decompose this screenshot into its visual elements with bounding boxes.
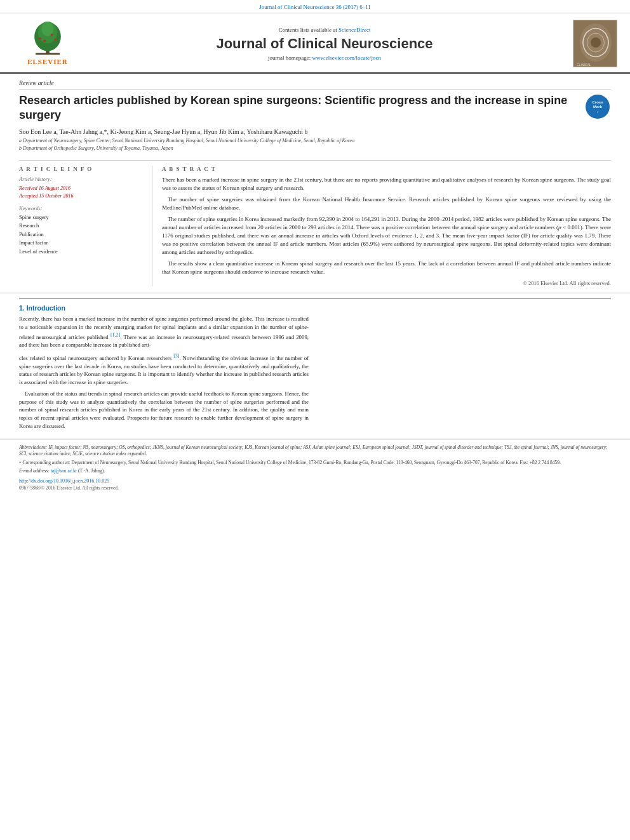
article-main-title: Research articles published by Korean sp… (19, 93, 578, 123)
abstract-para-4: The results show a clear quantitative in… (162, 260, 611, 276)
svg-text:Cross: Cross (592, 100, 603, 104)
crossmark-circle: Cross Mark ✓ (586, 95, 610, 119)
keywords-heading: Keywords: (19, 205, 142, 211)
sciencedirect-line: Contents lists available at ScienceDirec… (83, 27, 566, 33)
keywords-list: Spine surgery Research Publication Impac… (19, 213, 142, 257)
article-info-col: A R T I C L E I N F O Article history: R… (19, 166, 152, 287)
top-citation-bar: Journal of Clinical Neuroscience 36 (201… (0, 0, 630, 13)
sciencedirect-link[interactable]: ScienceDirect (338, 27, 370, 33)
journal-header-right: CLINICAL (566, 20, 617, 67)
body-content: 1. Introduction Recently, there has been… (0, 304, 630, 434)
copyright-line: © 2016 Elsevier Ltd. All rights reserved… (162, 280, 611, 286)
keyword-4: Impact factor (19, 239, 142, 248)
elsevier-wordmark: ELSEVIER (27, 58, 68, 65)
affiliation-a: a Department of Neurosurgery, Spine Cent… (19, 138, 611, 144)
abbrev-label: Abbreviations: (19, 444, 47, 450)
svg-point-12 (591, 37, 601, 48)
svg-point-8 (43, 39, 46, 42)
intro-para-2: Evaluation of the status and trends in s… (19, 390, 309, 430)
cite-3: [3] (173, 353, 179, 359)
svg-rect-2 (36, 53, 60, 55)
article-history-label: Article history: (19, 176, 142, 182)
svg-point-9 (54, 39, 57, 41)
received-date: Received 16 August 2016 (19, 185, 142, 192)
abstract-para-2: The number of spine surgeries was obtain… (162, 196, 611, 212)
affiliation-b: b Department of Orthopedic Surgery, Univ… (19, 145, 611, 152)
abstract-para-3: The number of spine surgeries in Korea i… (162, 215, 611, 257)
abstract-col: A B S T R A C T There has been a marked … (152, 166, 611, 287)
article-area: Review article Research articles publish… (0, 74, 630, 293)
article-info-heading: A R T I C L E I N F O (19, 166, 142, 172)
accepted-date: Accepted 15 October 2016 (19, 192, 142, 200)
footnotes-area: Abbreviations: IF, impact factor; NS, ne… (0, 439, 630, 496)
journal-title: Journal of Clinical Neuroscience (83, 36, 566, 52)
keyword-5: Level of evidence (19, 248, 142, 257)
journal-header-left: ELSEVIER (13, 22, 83, 65)
cite-1-2: [1,2] (111, 332, 120, 338)
article-dates: Received 16 August 2016 Accepted 15 Octo… (19, 185, 142, 200)
intro-para-continue: cles related to spinal neurosurgery auth… (19, 352, 309, 387)
svg-text:CLINICAL: CLINICAL (577, 63, 591, 67)
email-text: E-mail address: taj@snu.ac.kr (T.-A. Jah… (19, 468, 611, 475)
journal-homepage-link[interactable]: www.elsevier.com/locate/jocn (312, 55, 381, 61)
svg-point-7 (51, 34, 53, 36)
elsevier-tree-icon (25, 22, 70, 57)
journal-thumbnail: CLINICAL (573, 20, 617, 67)
abstract-para-1: There has been a marked increase in spin… (162, 176, 611, 192)
page-wrapper: Journal of Clinical Neuroscience 36 (201… (0, 0, 630, 840)
journal-homepage: journal homepage: www.elsevier.com/locat… (83, 55, 566, 61)
review-article-label: Review article (19, 80, 611, 90)
doi-line[interactable]: http://dx.doi.org/10.1016/j.jocn.2016.10… (19, 478, 611, 484)
two-col-area: A R T I C L E I N F O Article history: R… (19, 160, 611, 287)
body-left-col: 1. Introduction Recently, there has been… (19, 304, 309, 434)
authors-line: Soo Eon Lee a, Tae-Ahn Jahng a,*, Ki-Jeo… (19, 128, 611, 135)
svg-text:✓: ✓ (596, 110, 599, 114)
article-title-row: Research articles published by Korean sp… (19, 93, 611, 123)
email-name: (T.-A. Jahng). (78, 468, 105, 474)
journal-cover-image: CLINICAL (573, 20, 617, 67)
keyword-1: Spine surgery (19, 213, 142, 222)
elsevier-logo: ELSEVIER (13, 22, 83, 65)
citation-text: Journal of Clinical Neuroscience 36 (201… (259, 4, 371, 10)
corresponding-author-text: * Corresponding author at: Department of… (19, 460, 611, 467)
keyword-3: Publication (19, 230, 142, 239)
email-link[interactable]: taj@snu.ac.kr (51, 468, 77, 474)
journal-header-center: Contents lists available at ScienceDirec… (83, 27, 566, 61)
crossmark-badge: Cross Mark ✓ (584, 93, 611, 120)
svg-point-6 (39, 37, 41, 40)
section-divider (19, 298, 611, 299)
journal-header: ELSEVIER Contents lists available at Sci… (0, 13, 630, 74)
abstract-text: There has been a marked increase in spin… (162, 176, 611, 277)
intro-para-1: Recently, there has been a marked increa… (19, 315, 309, 349)
body-right-col (321, 304, 611, 434)
keyword-2: Research (19, 222, 142, 230)
intro-section-title: 1. Introduction (19, 304, 309, 312)
svg-text:Mark: Mark (593, 105, 603, 109)
abstract-heading: A B S T R A C T (162, 166, 611, 172)
abbreviations-text: Abbreviations: IF, impact factor; NS, ne… (19, 444, 611, 458)
issn-line: 0967-5868/© 2016 Elsevier Ltd. All right… (19, 485, 611, 491)
